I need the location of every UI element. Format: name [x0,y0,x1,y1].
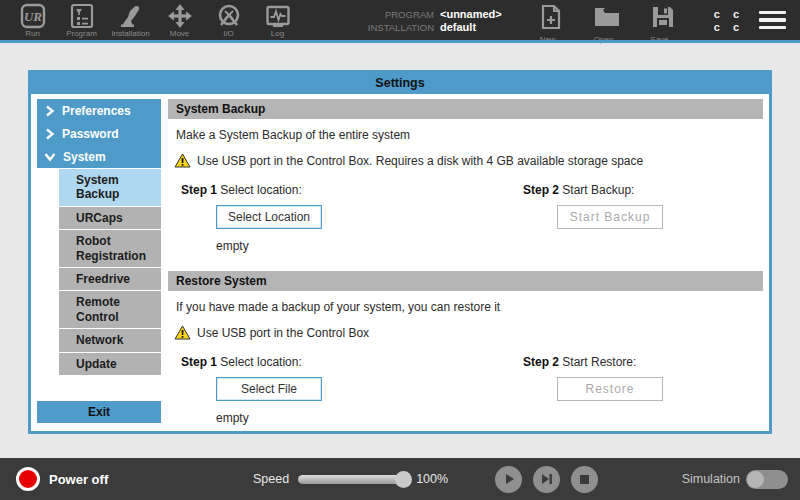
warning-icon [174,325,191,340]
settings-sidebar: Preferences Password System System Backu… [37,99,161,425]
play-button[interactable] [495,466,522,493]
save-button[interactable]: Save... [642,0,684,40]
nav-tabs: UR Run Program Installation Move [0,0,302,40]
restore-location-value: empty [216,411,763,425]
tab-move[interactable]: Move [155,0,204,40]
tab-io-label: I/O [223,29,234,38]
power-status-icon [16,467,40,491]
sidebar-item-label: Password [62,127,119,141]
settings-dialog: Settings Preferences Password System Sys… [28,70,772,434]
sidebar-item-update[interactable]: Update [59,353,161,375]
exit-button[interactable]: Exit [37,401,161,423]
stop-button[interactable] [571,466,598,493]
speed-slider-thumb[interactable] [395,471,412,488]
simulation-toggle-knob [747,471,764,488]
file-actions: New... Open... Save... [530,0,684,40]
speed-label: Speed [253,472,289,486]
svg-text:UR: UR [23,9,41,24]
program-icon [69,3,95,29]
restore-system-section: Restore System If you have made a backup… [168,271,763,425]
power-status-label: Power off [49,472,108,487]
sidebar-item-preferences[interactable]: Preferences [37,99,161,122]
program-label: PROGRAM [362,9,434,20]
tab-installation[interactable]: Installation [106,0,155,40]
settings-content: System Backup Make a System Backup of th… [168,99,763,425]
tab-program-label: Program [66,29,97,38]
tab-run[interactable]: UR Run [8,0,57,40]
section-title: Restore System [168,271,763,291]
bottom-bar: Power off Speed 100% Simulation [0,458,800,500]
status-row-2: c c [714,21,744,33]
sidebar-item-remote-control[interactable]: Remote Control [59,291,161,328]
installation-value: default [440,21,476,33]
accent-divider [0,40,800,43]
save-icon [650,4,676,34]
ur-logo-icon: UR [20,3,46,29]
warning-text: Use USB port in the Control Box. Require… [197,154,643,168]
log-icon [265,3,291,29]
chevron-right-icon [44,105,55,117]
section-title: System Backup [168,99,763,119]
open-button[interactable]: Open... [586,0,628,40]
speed-value: 100% [416,472,448,486]
installation-label: INSTALLATION [362,22,434,33]
simulation-label: Simulation [682,472,740,486]
step2-label: Step 2 Start Backup: [523,183,763,197]
io-icon [216,3,242,29]
step-button[interactable] [533,466,560,493]
sidebar-item-label: Preferences [62,104,131,118]
step1-label: Step 1 Select location: [168,355,523,369]
sidebar-item-network[interactable]: Network [59,329,161,351]
program-installation-info: PROGRAM <unnamed> INSTALLATION default [362,0,502,40]
status-indicators: c c c c [714,0,744,40]
power-status-button[interactable]: Power off [16,458,108,500]
top-bar: UR Run Program Installation Move [0,0,800,40]
new-file-icon [539,4,563,34]
chevron-down-icon [44,151,56,162]
step2-label: Step 2 Start Restore: [523,355,763,369]
simulation-control: Simulation [682,458,788,500]
restore-button[interactable]: Restore [557,377,663,401]
section-description: Make a System Backup of the entire syste… [176,128,763,142]
speed-slider[interactable] [298,475,410,484]
play-icon [503,473,515,485]
sidebar-item-system-backup[interactable]: System Backup [59,169,161,206]
step1-label: Step 1 Select location: [168,183,523,197]
transport-controls [495,458,598,500]
installation-icon [118,3,144,29]
stop-icon [579,474,590,485]
sidebar-item-password[interactable]: Password [37,122,161,145]
step-icon [540,473,553,485]
sidebar-item-system[interactable]: System [37,145,161,168]
tab-log-label: Log [271,29,284,38]
simulation-toggle[interactable] [746,470,788,489]
new-button[interactable]: New... [530,0,572,40]
sidebar-item-freedrive[interactable]: Freedrive [59,268,161,290]
sidebar-item-urcaps[interactable]: URCaps [59,207,161,229]
speed-control: Speed 100% [253,458,448,500]
select-file-button[interactable]: Select File [216,377,322,401]
backup-location-value: empty [216,239,763,253]
status-row-1: c c [714,8,744,20]
start-backup-button[interactable]: Start Backup [557,205,663,229]
open-folder-icon [593,4,621,34]
tab-io[interactable]: I/O [204,0,253,40]
tab-installation-label: Installation [111,29,149,38]
section-description: If you have made a backup of your system… [176,300,763,314]
tab-program[interactable]: Program [57,0,106,40]
sidebar-item-label: System [63,150,106,164]
chevron-right-icon [44,128,55,140]
sidebar-item-robot-registration[interactable]: Robot Registration [59,230,161,267]
dialog-title: Settings [31,73,769,94]
warning-text: Use USB port in the Control Box [197,326,369,340]
move-icon [167,3,193,29]
program-value: <unnamed> [440,8,502,20]
select-location-button[interactable]: Select Location [216,205,322,229]
tab-run-label: Run [25,29,40,38]
tab-move-label: Move [170,29,190,38]
hamburger-menu-icon[interactable] [752,0,792,40]
warning-icon [174,153,191,168]
tab-log[interactable]: Log [253,0,302,40]
system-backup-section: System Backup Make a System Backup of th… [168,99,763,271]
